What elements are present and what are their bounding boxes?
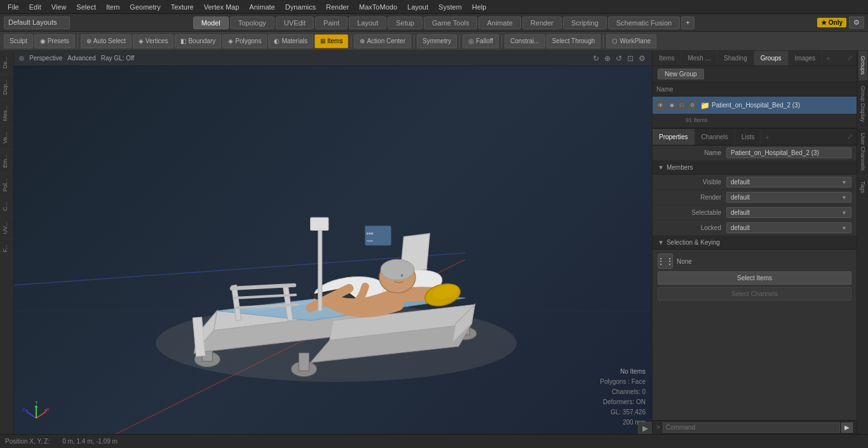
mode-tab-render[interactable]: Render (522, 17, 562, 29)
lock-icon[interactable]: ⚙ (688, 101, 696, 110)
command-input[interactable] (663, 423, 840, 433)
mode-tab-paint[interactable]: Paint (315, 17, 348, 29)
select-items-btn[interactable]: Select Items (658, 271, 851, 285)
menu-vertex-map[interactable]: Vertex Map (199, 2, 245, 12)
mode-tab-schematic[interactable]: Schematic Fusion (608, 17, 680, 29)
mode-tab-topology[interactable]: Topology (230, 17, 275, 29)
rvtab-group-display[interactable]: Group Display (858, 81, 867, 128)
workplane-btn[interactable]: ⬡ WorkPlane (606, 34, 656, 48)
group-row-0[interactable]: 👁 ◉ □ ⚙ 📁 Patient_on_Hospital_Bed_2 (3) (653, 97, 857, 114)
presets-btn[interactable]: ◉ Presets (34, 34, 75, 48)
viewport[interactable]: Perspective Advanced Ray GL: Off ↻ ⊕ ↺ ⊡… (14, 51, 652, 434)
new-group-btn[interactable]: New Group (658, 69, 704, 79)
locked-dropdown[interactable]: default ▼ (726, 222, 851, 233)
left-tab-2[interactable]: Mes... (0, 100, 13, 126)
left-tab-4[interactable]: Em... (0, 149, 13, 173)
mode-tab-uvedit[interactable]: UVEdit (276, 17, 314, 29)
rvtab-groups[interactable]: Groups (858, 51, 867, 81)
name-input[interactable] (726, 147, 851, 158)
left-tab-6[interactable]: C... (0, 196, 13, 216)
rvtab-tags[interactable]: Tags (858, 176, 867, 199)
tab-add-btn[interactable]: + (822, 53, 834, 64)
mode-tab-scripting[interactable]: Scripting (563, 17, 607, 29)
items-btn[interactable]: ⊞ Items (315, 34, 348, 48)
members-section[interactable]: ▼ Members (653, 161, 857, 175)
sculpt-btn[interactable]: Sculpt (4, 34, 33, 48)
viewport-perspective[interactable]: Perspective (29, 55, 62, 62)
svg-text:X: X (46, 407, 50, 412)
menu-animate[interactable]: Animate (244, 2, 280, 12)
menu-system[interactable]: System (433, 2, 467, 12)
tab-mesh[interactable]: Mesh ... (681, 51, 717, 65)
bottom-expand-btn[interactable]: ▶ (638, 422, 652, 434)
left-tab-7[interactable]: UV... (0, 216, 13, 239)
menu-file[interactable]: File (3, 2, 24, 12)
menu-select[interactable]: Select (71, 2, 101, 12)
mode-tab-layout[interactable]: Layout (349, 17, 386, 29)
viewport-zoom-icon[interactable]: ⊕ (603, 53, 612, 64)
action-center-btn[interactable]: ⊕ Action Center (354, 34, 411, 48)
menu-texture[interactable]: Texture (166, 2, 199, 12)
prop-tab-lists[interactable]: Lists (735, 129, 762, 145)
menu-layout[interactable]: Layout (402, 2, 433, 12)
tab-items[interactable]: Items (653, 51, 681, 65)
visible-dropdown[interactable]: default ▼ (726, 177, 851, 187)
viewport-pan-icon[interactable]: ↺ (614, 53, 623, 64)
viewport-rotate-icon[interactable]: ↻ (592, 53, 600, 64)
layout-dropdown[interactable]: Default Layouts (4, 17, 70, 29)
add-workspace-btn[interactable]: + (681, 17, 694, 29)
menu-geometry[interactable]: Geometry (125, 2, 165, 12)
menu-view[interactable]: View (46, 2, 72, 12)
render-icon[interactable]: ◉ (667, 101, 676, 110)
visibility-icon[interactable]: 👁 (655, 100, 665, 111)
select-through-btn[interactable]: Select Through (546, 34, 601, 48)
scene-canvas[interactable]: ■■■ ▬▬ No Items Polygons : Face Channels… (14, 66, 652, 434)
viewport-settings-icon[interactable]: ⚙ (637, 53, 647, 64)
star-badge[interactable]: ★ Only (817, 18, 846, 27)
render-dropdown[interactable]: default ▼ (726, 192, 851, 203)
cmd-exec-btn[interactable]: ▶ (841, 423, 853, 433)
viewport-ray-gl[interactable]: Ray GL: Off (101, 55, 135, 62)
auto-select-btn[interactable]: ⊕ Auto Select (81, 34, 132, 48)
boundary-btn[interactable]: ◧ Boundary (175, 34, 221, 48)
selectable-dropdown[interactable]: default ▼ (726, 207, 851, 218)
left-tab-8[interactable]: F... (0, 239, 13, 257)
mode-tab-setup[interactable]: Setup (388, 17, 423, 29)
select-channels-btn[interactable]: Select Channels (658, 287, 851, 301)
tab-images[interactable]: Images (789, 51, 823, 65)
viewport-dot[interactable] (19, 56, 24, 61)
left-tab-5[interactable]: Pol... (0, 173, 13, 197)
prop-tab-add-btn[interactable]: + (761, 132, 773, 143)
mode-tab-game-tools[interactable]: Game Tools (424, 17, 478, 29)
constraints-btn[interactable]: Constrai... (505, 34, 545, 48)
menu-render[interactable]: Render (321, 2, 354, 12)
viewport-advanced[interactable]: Advanced (67, 55, 95, 62)
menu-maxtomodo[interactable]: MaxToModo (354, 2, 402, 12)
symmetry-btn[interactable]: Symmetry (417, 34, 457, 48)
prop-tab-properties[interactable]: Properties (653, 129, 695, 145)
tab-shading[interactable]: Shading (717, 51, 754, 65)
polygons-btn[interactable]: ◈ Polygons (222, 34, 267, 48)
materials-btn[interactable]: ◐ Materials (268, 34, 313, 48)
left-tab-3[interactable]: Ve... (0, 126, 13, 149)
rvtab-user-channels[interactable]: User Channels (858, 128, 867, 177)
panel-expand-btn[interactable]: ⤢ (843, 52, 857, 64)
menu-help[interactable]: Help (467, 2, 492, 12)
falloff-btn[interactable]: ◎ Falloff (463, 34, 499, 48)
mesh-icon[interactable]: □ (677, 101, 686, 110)
sel-keying-icon[interactable]: ⋮⋮ (658, 254, 673, 269)
menu-edit[interactable]: Edit (24, 2, 46, 12)
menu-dynamics[interactable]: Dynamics (280, 2, 321, 12)
left-tab-0[interactable]: De... (0, 51, 13, 74)
prop-expand-btn[interactable]: ⤢ (843, 131, 857, 143)
prop-tab-channels[interactable]: Channels (695, 129, 735, 145)
sel-keying-section[interactable]: ▼ Selection & Keying (653, 236, 857, 250)
vertices-btn[interactable]: ◈ Vertices (133, 34, 174, 48)
viewport-frame-icon[interactable]: ⊡ (626, 53, 635, 64)
settings-btn[interactable]: ⚙ (849, 17, 864, 29)
mode-tab-animate[interactable]: Animate (478, 17, 520, 29)
menu-item[interactable]: Item (101, 2, 125, 12)
left-tab-1[interactable]: Dup... (0, 74, 13, 100)
tab-groups[interactable]: Groups (754, 51, 789, 65)
mode-tab-model[interactable]: Model (193, 17, 229, 29)
